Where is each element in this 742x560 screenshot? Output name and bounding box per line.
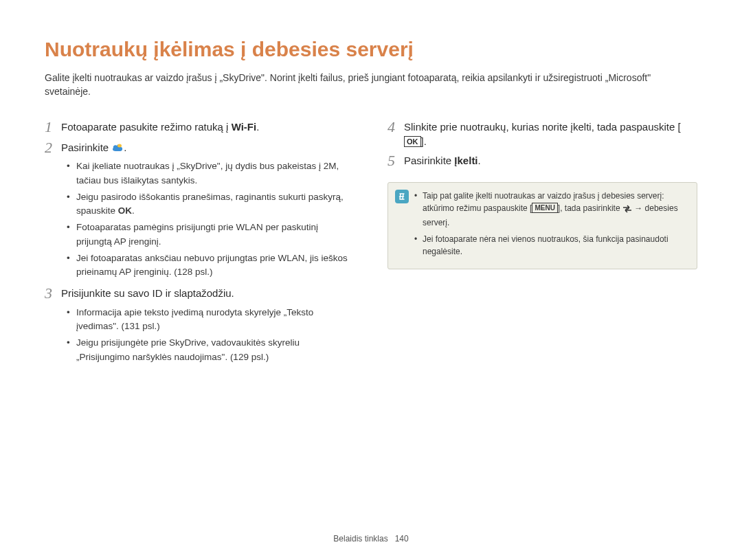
step-3: 3 Prisijunkite su savo ID ir slaptažodži…	[45, 284, 355, 302]
svg-point-0	[117, 144, 122, 147]
info-note: Taip pat galite įkelti nuotraukas ar vai…	[387, 182, 697, 269]
step-text: Slinkite prie nuotraukų, kurias norite į…	[404, 118, 697, 150]
list-item: Jei fotoaparatas anksčiau nebuvo prijung…	[67, 251, 355, 280]
step-text: Pasirinkite Įkelti.	[404, 152, 697, 168]
page-footer: Belaidis tinklas 140	[0, 534, 742, 544]
step-number: 5	[387, 152, 404, 170]
step-number: 4	[387, 118, 404, 136]
step-number: 2	[45, 139, 61, 157]
step-number: 3	[45, 284, 61, 302]
content-columns: 1 Fotoaparate pasukite režimo ratuką į W…	[45, 118, 697, 370]
list-item: Fotoaparatas pamėgins prisijungti prie W…	[67, 221, 355, 249]
list-item: Informacija apie teksto įvedimą nurodyta…	[67, 306, 355, 334]
list-item: Jeigu prisijungėte prie SkyDrive, vadova…	[67, 336, 355, 364]
info-icon	[395, 190, 409, 203]
list-item: Jei fotoaparate nėra nei vienos nuotrauk…	[414, 233, 687, 258]
step-5: 5 Pasirinkite Įkelti.	[387, 152, 697, 170]
step-1: 1 Fotoaparate pasukite režimo ratuką į W…	[45, 118, 355, 136]
page-title: Nuotraukų įkėlimas į debesies serverį	[45, 38, 697, 61]
step-text: Prisijunkite su savo ID ir slaptažodžiu.	[61, 284, 355, 301]
note-content: Taip pat galite įkelti nuotraukas ar vai…	[414, 190, 687, 262]
right-column: 4 Slinkite prie nuotraukų, kurias norite…	[387, 118, 697, 370]
step-3-sublist: Informacija apie teksto įvedimą nurodyta…	[67, 306, 355, 364]
intro-text: Galite įkelti nuotraukas ar vaizdo įrašu…	[45, 71, 697, 99]
step-text: Fotoaparate pasukite režimo ratuką į Wi-…	[61, 118, 355, 135]
left-column: 1 Fotoaparate pasukite režimo ratuką į W…	[45, 118, 355, 370]
step-2: 2 Pasirinkite .	[45, 139, 355, 157]
share-arrows-icon	[622, 204, 632, 216]
skydrive-cloud-icon	[111, 142, 124, 151]
wifi-icon: Wi-Fi	[232, 121, 257, 133]
list-item: Kai įkeliate nuotraukas į „SkyDrive", jų…	[67, 159, 355, 188]
list-item: Jeigu pasirodo iššokantis pranešimas, ra…	[67, 190, 355, 219]
menu-button-icon: MENU	[532, 203, 557, 213]
step-4: 4 Slinkite prie nuotraukų, kurias norite…	[387, 118, 697, 150]
step-text: Pasirinkite .	[61, 139, 355, 155]
list-item: Taip pat galite įkelti nuotraukas ar vai…	[414, 190, 687, 229]
ok-button-icon: OK	[404, 136, 421, 147]
step-2-sublist: Kai įkeliate nuotraukas į „SkyDrive", jų…	[67, 159, 355, 279]
step-number: 1	[45, 118, 61, 136]
